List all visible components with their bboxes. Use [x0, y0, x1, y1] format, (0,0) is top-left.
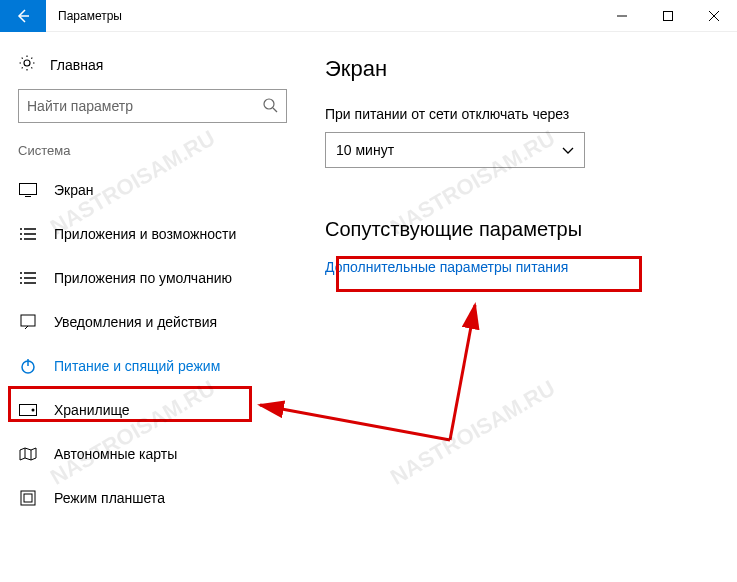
- home-label: Главная: [50, 57, 103, 73]
- svg-point-6: [32, 409, 35, 412]
- sidebar-item-label: Приложения по умолчанию: [54, 270, 232, 286]
- svg-point-1: [264, 99, 274, 109]
- screen-timeout-select[interactable]: 10 минут: [325, 132, 585, 168]
- svg-rect-8: [24, 494, 32, 502]
- sidebar-item-label: Хранилище: [54, 402, 130, 418]
- sidebar-item-storage[interactable]: Хранилище: [0, 388, 305, 432]
- sidebar-item-label: Уведомления и действия: [54, 314, 217, 330]
- sidebar-item-label: Питание и спящий режим: [54, 358, 220, 374]
- additional-power-link[interactable]: Дополнительные параметры питания: [325, 259, 717, 275]
- sidebar-item-offline-maps[interactable]: Автономные карты: [0, 432, 305, 476]
- sidebar-item-label: Приложения и возможности: [54, 226, 236, 242]
- close-button[interactable]: [691, 0, 737, 32]
- page-title: Экран: [325, 56, 717, 82]
- minimize-button[interactable]: [599, 0, 645, 32]
- back-button[interactable]: [0, 0, 46, 32]
- sidebar: Главная Система Экран Приложения и возмо…: [0, 32, 305, 582]
- window-title: Параметры: [46, 9, 599, 23]
- svg-rect-7: [21, 491, 35, 505]
- storage-icon: [18, 404, 38, 416]
- tablet-icon: [18, 490, 38, 506]
- sidebar-item-label: Автономные карты: [54, 446, 177, 462]
- sidebar-item-default-apps[interactable]: Приложения по умолчанию: [0, 256, 305, 300]
- plugged-in-label: При питании от сети отключать через: [325, 106, 717, 122]
- gear-icon: [18, 54, 36, 75]
- list-icon: [18, 227, 38, 241]
- svg-rect-2: [20, 184, 37, 195]
- sidebar-item-label: Режим планшета: [54, 490, 165, 506]
- titlebar: Параметры: [0, 0, 737, 32]
- map-icon: [18, 447, 38, 461]
- maximize-icon: [663, 11, 673, 21]
- window-controls: [599, 0, 737, 32]
- maximize-button[interactable]: [645, 0, 691, 32]
- close-icon: [709, 11, 719, 21]
- section-label: Система: [0, 137, 305, 168]
- chevron-down-icon: [562, 142, 574, 158]
- select-value: 10 минут: [336, 142, 394, 158]
- notifications-icon: [18, 314, 38, 330]
- related-heading: Сопутствующие параметры: [325, 218, 717, 241]
- sidebar-item-tablet-mode[interactable]: Режим планшета: [0, 476, 305, 520]
- svg-rect-0: [664, 11, 673, 20]
- arrow-left-icon: [15, 8, 31, 24]
- sidebar-item-apps-features[interactable]: Приложения и возможности: [0, 212, 305, 256]
- minimize-icon: [617, 11, 627, 21]
- home-link[interactable]: Главная: [0, 48, 305, 89]
- sidebar-item-power-sleep[interactable]: Питание и спящий режим: [0, 344, 305, 388]
- display-icon: [18, 183, 38, 197]
- search-icon: [262, 97, 278, 116]
- search-input[interactable]: [18, 89, 287, 123]
- sidebar-item-label: Экран: [54, 182, 94, 198]
- sidebar-item-display[interactable]: Экран: [0, 168, 305, 212]
- default-apps-icon: [18, 271, 38, 285]
- main-panel: Экран При питании от сети отключать чере…: [305, 32, 737, 582]
- sidebar-item-notifications[interactable]: Уведомления и действия: [0, 300, 305, 344]
- search-field[interactable]: [27, 98, 262, 114]
- power-icon: [18, 358, 38, 374]
- svg-rect-3: [21, 315, 35, 326]
